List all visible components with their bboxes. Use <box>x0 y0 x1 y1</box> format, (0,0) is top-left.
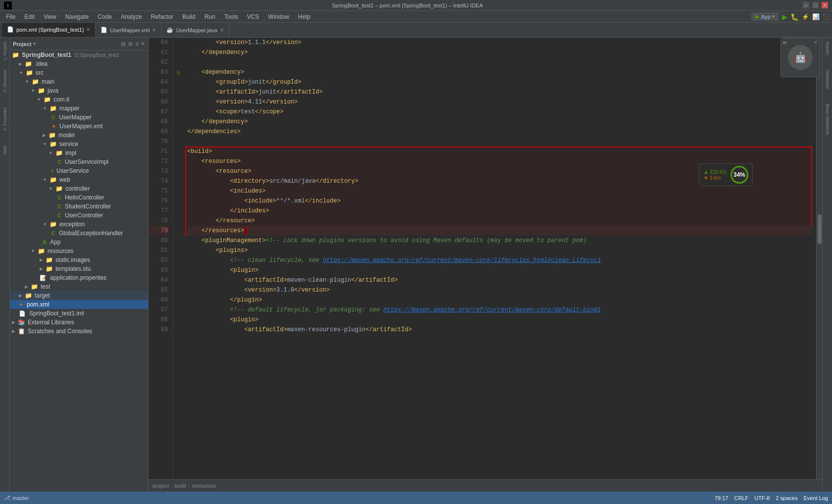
panel-tab-favorites[interactable]: 2: Favorites <box>2 105 8 133</box>
tree-item-model[interactable]: ▶ 📁 model <box>10 131 148 140</box>
profile-button[interactable]: ⚡ <box>802 13 809 20</box>
panel-tab-project[interactable]: 1: Project <box>2 40 8 62</box>
tree-item-app[interactable]: A App <box>10 238 148 247</box>
java-icon6: C <box>57 212 61 218</box>
tree-item-springbootxml[interactable]: 📄 SpringBoot_test1.iml <box>10 309 148 318</box>
tree-item-controller[interactable]: ▼ 📁 controller <box>10 184 148 193</box>
chevron-down-icon7: ▼ <box>49 151 53 155</box>
panel-tab-beanvalidation[interactable]: Bean Validation <box>825 102 831 137</box>
tree-item-src[interactable]: ▼ 📁 src <box>10 68 148 77</box>
menu-refactor[interactable]: Refactor <box>147 12 177 21</box>
tree-item-appprops[interactable]: 📝 application.properties <box>10 273 148 282</box>
menu-window[interactable]: Window <box>264 12 293 21</box>
tab-close-usermapper-java[interactable]: ✕ <box>220 27 224 33</box>
code-content[interactable]: <version>1.1.1</version> </dependency> <… <box>183 38 816 479</box>
tab-usermapper-java[interactable]: ☕ UserMapper.java ✕ <box>161 23 229 37</box>
tree-item-idea[interactable]: ▶ 📁 .idea <box>10 59 148 68</box>
project-scope-icon[interactable]: ⊞ <box>121 41 126 48</box>
project-tree: 📁 SpringBoot_test1 D:\SpringBoot_test1 ▶… <box>10 50 148 504</box>
tree-item-usermapper[interactable]: C UserMapper <box>10 113 148 122</box>
tree-item-root[interactable]: 📁 SpringBoot_test1 D:\SpringBoot_test1 <box>10 50 148 59</box>
tab-close-pom[interactable]: ✕ <box>86 27 90 32</box>
tree-label-impl: impl <box>65 150 76 156</box>
tree-item-service[interactable]: ▼ 📁 service <box>10 140 148 149</box>
menu-code[interactable]: Code <box>94 12 116 21</box>
tree-item-java[interactable]: ▼ 📁 java <box>10 86 148 95</box>
status-git-branch: master <box>12 495 29 501</box>
tree-item-target[interactable]: ▶ 📁 target <box>10 291 148 300</box>
tree-item-resources[interactable]: ▼ 📁 resources <box>10 247 148 255</box>
gutter-66 <box>173 97 183 107</box>
tree-item-hellocontroller[interactable]: C HelloController <box>10 193 148 202</box>
link-default-lifecycle[interactable]: https://maven.apache.org/ref/current/mav… <box>383 305 601 315</box>
window-controls[interactable]: ─ □ ✕ <box>803 2 828 8</box>
tree-item-scratches[interactable]: ▶ 📋 Scratches and Consoles <box>10 327 148 336</box>
cpu-widget: 34% <box>730 166 748 184</box>
tree-item-impl[interactable]: ▼ 📁 impl <box>10 149 148 157</box>
menu-run[interactable]: Run <box>201 12 219 21</box>
tree-item-usercontroller[interactable]: C UserController <box>10 211 148 220</box>
project-gear-icon[interactable]: ⚙ <box>128 41 133 48</box>
code-line-75: <includes> <box>187 186 812 196</box>
tree-item-exception[interactable]: ▼ 📁 exception <box>10 220 148 229</box>
menu-analyze[interactable]: Analyze <box>117 12 146 21</box>
mascot-avatar: 🤖 <box>788 45 813 70</box>
tab-pom-xml[interactable]: 📄 pom.xml (SpringBoot_test1) ✕ <box>2 23 96 37</box>
tree-item-studentcontroller[interactable]: C StudentController <box>10 202 148 211</box>
tree-item-externallibs[interactable]: ▶ 📚 External Libraries <box>10 318 148 327</box>
code-line-86: </plugin> <box>187 295 812 305</box>
stop-button[interactable]: ⬛ <box>823 13 830 20</box>
vertical-scrollbar[interactable] <box>816 38 822 479</box>
xml-icon2: ✦ <box>19 302 23 308</box>
menu-build[interactable]: Build <box>178 12 200 21</box>
breadcrumb-bar: project › build › resources <box>149 479 822 492</box>
folder-icon: 📁 <box>50 141 57 148</box>
tree-item-userserviceimpl[interactable]: C UserServiceImpl <box>10 157 148 166</box>
menu-vcs[interactable]: VCS <box>243 12 263 21</box>
code-editor[interactable]: 60 61 62 63 64 65 66 67 68 69 70 71 72 7… <box>149 38 822 479</box>
coverage-button[interactable]: 📊 <box>812 13 820 20</box>
event-log-button[interactable]: Event Log <box>803 495 828 501</box>
maximize-button[interactable]: □ <box>812 2 819 8</box>
tree-item-globalexception[interactable]: C GlobalExceptionHandler <box>10 229 148 238</box>
code-line-64: <groupId>junit</groupId> <box>187 77 812 87</box>
status-indent: 2 spaces <box>776 495 797 501</box>
scrollbar-thumb[interactable] <box>818 214 822 244</box>
tree-item-pomxml[interactable]: ✦ pom.xml <box>10 300 148 309</box>
run-button[interactable]: ▶ <box>782 13 787 21</box>
run-config[interactable]: ▶ App ▾ <box>751 12 779 21</box>
menu-navigate[interactable]: Navigate <box>61 12 93 21</box>
panel-tab-database[interactable]: Database <box>825 68 831 91</box>
debug-button[interactable]: 🐛 <box>790 13 799 21</box>
panel-tab-structure[interactable]: 2: Structure <box>2 67 8 95</box>
mascot-close-icon[interactable]: ✕ <box>814 40 818 45</box>
gutter-62 <box>173 57 183 67</box>
link-clean-lifecycle[interactable]: https://maven.apache.org/ref/current/mav… <box>323 255 601 265</box>
menu-help[interactable]: Help <box>294 12 314 21</box>
tree-item-templatesstu[interactable]: ▶ 📁 templates.stu <box>10 264 148 273</box>
tree-item-staticimages[interactable]: ▶ 📁 static.images <box>10 255 148 264</box>
tree-item-main[interactable]: ▼ 📁 main <box>10 77 148 86</box>
gutter-75 <box>173 186 183 196</box>
menu-view[interactable]: View <box>40 12 60 21</box>
minimize-button[interactable]: ─ <box>803 2 809 8</box>
tree-item-mapper[interactable]: ▼ 📁 mapper <box>10 104 148 113</box>
panel-tab-web[interactable]: Web <box>2 144 8 156</box>
project-layout-icon[interactable]: ≡ <box>135 41 139 48</box>
menu-file[interactable]: File <box>2 12 19 21</box>
menu-tools[interactable]: Tools <box>220 12 242 21</box>
tab-usermapper-xml[interactable]: 📄 UserMapper.xml ✕ <box>96 23 161 37</box>
tab-close-usermapper-xml[interactable]: ✕ <box>152 27 156 33</box>
panel-tab-maven[interactable]: Maven <box>825 40 831 57</box>
tree-item-web[interactable]: ▼ 📁 web <box>10 175 148 184</box>
menu-edit[interactable]: Edit <box>20 12 39 21</box>
close-button[interactable]: ✕ <box>822 2 828 8</box>
folder-icon: 📁 <box>25 60 32 67</box>
tree-item-usermapperxml[interactable]: ✦ UserMapper.xml <box>10 122 148 131</box>
gutter-71 <box>173 147 183 156</box>
tree-item-test[interactable]: ▶ 📁 test <box>10 282 148 291</box>
tree-item-userservice[interactable]: I UserService <box>10 166 148 175</box>
tree-item-comit[interactable]: ▼ 📁 com.it <box>10 95 148 104</box>
line-num-71: 71 <box>149 147 170 156</box>
project-close-icon[interactable]: ✕ <box>141 41 145 48</box>
